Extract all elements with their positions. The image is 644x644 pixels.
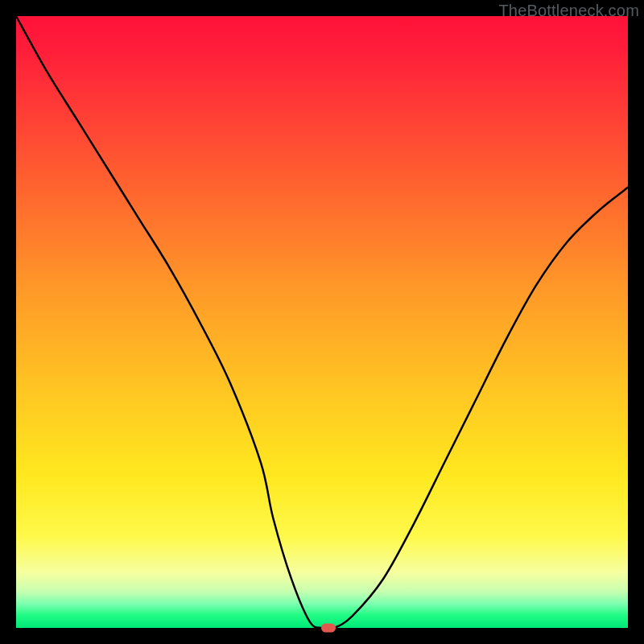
- bottleneck-curve: [16, 16, 628, 628]
- optimum-marker: [321, 624, 336, 633]
- plot-area: [16, 16, 628, 628]
- watermark-text: TheBottleneck.com: [498, 2, 639, 20]
- chart-frame: TheBottleneck.com: [0, 0, 644, 644]
